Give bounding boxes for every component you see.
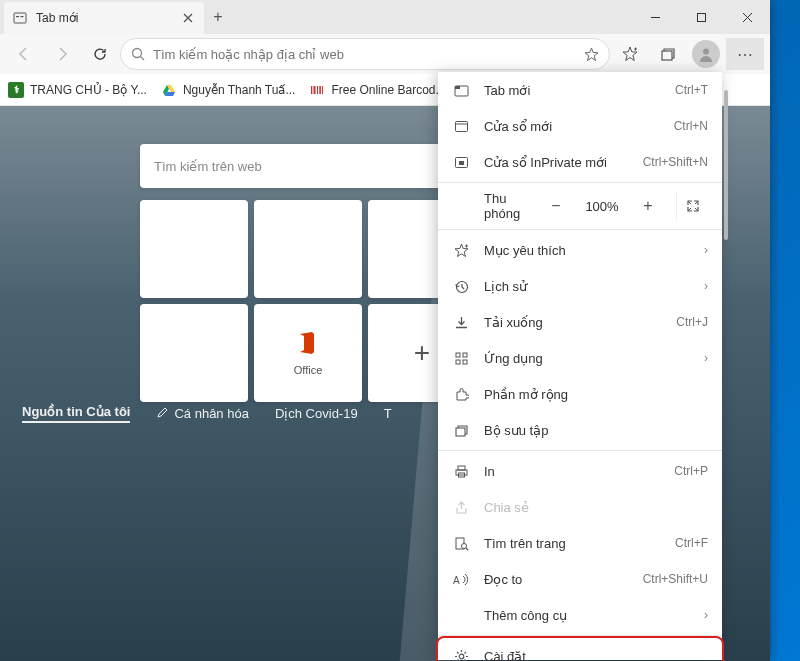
share-icon: [452, 500, 470, 515]
window-icon: [452, 119, 470, 134]
svg-point-4: [133, 49, 142, 58]
svg-text:A: A: [453, 575, 460, 586]
new-tab-button[interactable]: +: [204, 0, 232, 34]
window-controls: [632, 0, 770, 34]
inprivate-icon: [452, 155, 470, 170]
menu-print[interactable]: In Ctrl+P: [438, 453, 722, 489]
svg-rect-7: [311, 86, 312, 94]
forward-button[interactable]: [44, 38, 80, 70]
menu-extensions[interactable]: Phần mở rộng: [438, 376, 722, 412]
svg-rect-13: [455, 86, 460, 89]
menu-collections[interactable]: Bộ sưu tập: [438, 412, 722, 448]
search-icon: [131, 47, 145, 61]
zoom-out-button[interactable]: −: [540, 192, 572, 220]
news-tab-myfeed[interactable]: Nguồn tin Của tôi: [22, 404, 130, 423]
favorite-star-icon[interactable]: [584, 47, 599, 62]
plus-icon: +: [414, 337, 430, 369]
titlebar: Tab mới +: [0, 0, 770, 34]
window-close-button[interactable]: [724, 0, 770, 34]
bookmark-label: TRANG CHỦ - Bộ Y...: [30, 83, 147, 97]
quick-link-tile-office[interactable]: Office: [254, 304, 362, 402]
toolbar: ⋯: [0, 34, 770, 74]
pencil-icon: [156, 407, 168, 419]
menu-history[interactable]: Lịch sử ›: [438, 268, 722, 304]
tile-label: Office: [294, 364, 323, 376]
extension-icon: [452, 387, 470, 402]
svg-rect-10: [320, 86, 322, 94]
menu-new-window[interactable]: Cửa sổ mới Ctrl+N: [438, 108, 722, 144]
more-menu-button[interactable]: ⋯: [726, 38, 764, 70]
svg-rect-18: [456, 353, 460, 357]
menu-new-tab[interactable]: Tab mới Ctrl+T: [438, 72, 722, 108]
bookmark-label: Nguyễn Thanh Tuấ...: [183, 83, 296, 97]
window-minimize-button[interactable]: [632, 0, 678, 34]
quick-link-tile[interactable]: [140, 200, 248, 298]
address-input[interactable]: [153, 47, 576, 62]
menu-zoom-row: Thu phóng − 100% +: [438, 185, 722, 227]
svg-rect-20: [456, 360, 460, 364]
svg-point-29: [459, 654, 464, 659]
tab-close-icon[interactable]: [180, 10, 196, 26]
barcode-favicon-icon: [309, 82, 325, 98]
svg-rect-8: [314, 86, 316, 94]
svg-point-27: [461, 543, 466, 548]
browser-tab[interactable]: Tab mới: [4, 2, 204, 34]
bookmark-favicon-icon: ⚕: [8, 82, 24, 98]
svg-rect-22: [456, 428, 465, 436]
refresh-button[interactable]: [82, 38, 118, 70]
menu-inprivate[interactable]: Cửa sổ InPrivate mới Ctrl+Shift+N: [438, 144, 722, 180]
news-tab-more[interactable]: T: [384, 406, 392, 421]
svg-rect-21: [463, 360, 467, 364]
menu-favorites[interactable]: Mục yêu thích ›: [438, 232, 722, 268]
print-icon: [452, 464, 470, 479]
menu-moretools[interactable]: Thêm công cụ ›: [438, 597, 722, 633]
download-icon: [452, 315, 470, 330]
menu-find[interactable]: Tìm trên trang Ctrl+F: [438, 525, 722, 561]
bookmark-item[interactable]: ⚕ TRANG CHỦ - Bộ Y...: [8, 82, 147, 98]
svg-rect-19: [463, 353, 467, 357]
settings-menu: Tab mới Ctrl+T Cửa sổ mới Ctrl+N Cửa sổ …: [438, 72, 722, 660]
apps-icon: [452, 351, 470, 366]
gear-icon: [452, 649, 470, 662]
web-search-placeholder: Tìm kiếm trên web: [154, 159, 262, 174]
favorites-toolbar-icon[interactable]: [612, 38, 648, 70]
svg-rect-9: [317, 86, 318, 94]
zoom-value: 100%: [580, 199, 624, 214]
bookmark-item[interactable]: Nguyễn Thanh Tuấ...: [161, 82, 296, 98]
bookmark-label: Free Online Barcod...: [331, 83, 445, 97]
quick-link-tile[interactable]: [140, 304, 248, 402]
menu-scrollbar[interactable]: [724, 90, 728, 240]
web-search-box[interactable]: Tìm kiếm trên web: [140, 144, 475, 188]
collections-icon: [452, 423, 470, 438]
back-button[interactable]: [6, 38, 42, 70]
fullscreen-button[interactable]: [676, 192, 708, 220]
profile-button[interactable]: [692, 40, 720, 68]
menu-downloads[interactable]: Tải xuống Ctrl+J: [438, 304, 722, 340]
svg-rect-1: [16, 16, 19, 17]
tab-favicon-icon: [12, 10, 28, 26]
find-icon: [452, 536, 470, 551]
menu-settings[interactable]: Cài đặt: [438, 638, 722, 661]
chevron-right-icon: ›: [704, 351, 708, 365]
news-tabs: Nguồn tin Của tôi Cá nhân hóa Dịch Covid…: [0, 390, 475, 436]
quick-links-grid: Office +: [140, 200, 476, 402]
svg-point-6: [703, 49, 709, 55]
bookmark-item[interactable]: Free Online Barcod...: [309, 82, 445, 98]
zoom-in-button[interactable]: +: [632, 192, 664, 220]
chevron-right-icon: ›: [704, 279, 708, 293]
svg-rect-2: [21, 16, 24, 17]
menu-apps[interactable]: Ứng dụng ›: [438, 340, 722, 376]
menu-readaloud[interactable]: A Đọc to Ctrl+Shift+U: [438, 561, 722, 597]
news-tab-covid[interactable]: Dịch Covid-19: [275, 406, 358, 421]
chevron-right-icon: ›: [704, 608, 708, 622]
star-icon: [452, 243, 470, 258]
address-bar[interactable]: [120, 38, 610, 70]
news-tab-personalize[interactable]: Cá nhân hóa: [156, 406, 248, 421]
window-maximize-button[interactable]: [678, 0, 724, 34]
svg-rect-5: [662, 51, 672, 60]
quick-link-tile[interactable]: [254, 200, 362, 298]
drive-favicon-icon: [161, 82, 177, 98]
chevron-right-icon: ›: [704, 243, 708, 257]
svg-rect-0: [14, 13, 26, 23]
collections-toolbar-icon[interactable]: [650, 38, 686, 70]
